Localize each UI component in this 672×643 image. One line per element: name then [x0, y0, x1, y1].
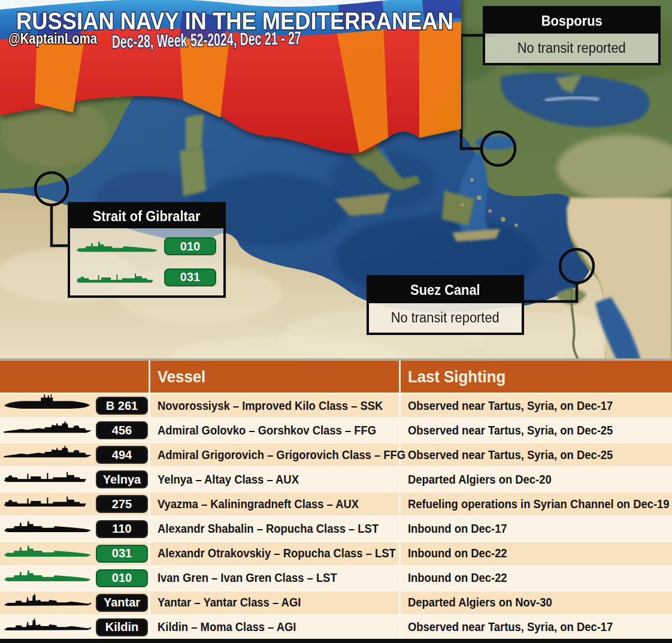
hull-badge: Yantar — [96, 594, 148, 612]
agi-ship-icon — [2, 588, 92, 614]
table-header-row: Vessel Last Sighting — [0, 361, 672, 393]
row-sighting-cell: Inbound on Dec-22 — [399, 567, 672, 590]
frigate-ship-icon — [2, 416, 92, 441]
gibraltar-title: Strait of Gibraltar — [70, 204, 223, 228]
row-vessel-cell: Kildin – Moma Class – AGI — [149, 616, 399, 639]
row-sighting-cell: Departed Algiers on Dec-20 — [399, 468, 672, 491]
hull-badge: 031 — [96, 545, 148, 563]
row-silhouette-cell: Yantar — [0, 591, 149, 614]
table-row: 456 Admiral Golovko – Gorshkov Class – F… — [0, 417, 672, 442]
infographic-root: Bosporus No transit reported Strait of G… — [0, 0, 672, 643]
row-silhouette-cell: 010 — [0, 567, 149, 590]
lst-ship-icon — [75, 236, 159, 257]
row-sighting-cell: Inbound on Dec-17 — [399, 517, 672, 540]
table-row: B 261 Novorossiysk – Improved Kilo Class… — [0, 393, 672, 417]
row-vessel-cell: Vyazma – Kaliningradneft Class – AUX — [149, 493, 399, 515]
agi-ship-icon — [2, 613, 92, 638]
row-sighting-cell: Observed near Tartus, Syria, on Dec-17 — [399, 394, 672, 417]
hull-badge: 275 — [96, 495, 148, 513]
table-row: 275 Vyazma – Kaliningradneft Class – AUX… — [0, 491, 672, 515]
table-row: 031 Alexandr Otrakovskiy – Ropucha Class… — [0, 541, 672, 565]
row-silhouette-cell: B 261 — [0, 394, 149, 417]
row-sighting-cell: Departed Algiers on Nov-30 — [399, 591, 672, 614]
bottom-edge-strip — [0, 639, 672, 643]
row-sighting-cell: Observed near Tartus, Syria, on Dec-25 — [399, 419, 672, 442]
table-header-silhouette-col — [0, 361, 149, 393]
banner-handle: @KaptainLoma — [8, 29, 97, 47]
submarine-ship-icon — [2, 391, 92, 416]
gibraltar-transit-row: 031 — [70, 265, 223, 290]
row-vessel-cell: Admiral Grigorovich – Grigorovich Class … — [149, 443, 399, 466]
suez-status: No transit reported — [369, 303, 522, 333]
mediterranean-map: Bosporus No transit reported Strait of G… — [0, 0, 672, 361]
row-sighting-cell: Refueling operations in Syrian Channel o… — [399, 493, 672, 515]
row-vessel-cell: Admiral Golovko – Gorshkov Class – FFG — [149, 419, 399, 442]
row-sighting-cell: Observed near Tartus, Syria, on Dec-25 — [399, 443, 672, 466]
row-vessel-cell: Ivan Gren – Ivan Gren Class – LST — [149, 567, 399, 590]
hull-badge: 456 — [96, 421, 148, 439]
hull-badge: Yelnya — [96, 470, 148, 488]
hull-badge: 494 — [96, 446, 148, 464]
vessel-table: Vessel Last Sighting B 261 Novorossiysk … — [0, 358, 672, 643]
row-silhouette-cell: 456 — [0, 419, 149, 442]
gibraltar-callout: Strait of Gibraltar 010 031 — [68, 202, 226, 298]
row-sighting-cell: Observed near Tartus, Syria, on Dec-17 — [399, 616, 672, 639]
table-row: 010 Ivan Gren – Ivan Gren Class – LST In… — [0, 565, 672, 590]
flag-ribbon-banner: RUSSIAN NAVY IN THE MEDITERRANEAN @Kapta… — [0, 0, 672, 180]
banner-date: Dec-28, Week 52-2024, Dec 21 - 27 — [111, 28, 301, 52]
row-vessel-cell: Alexandr Otrakovskiy – Ropucha Class – L… — [149, 542, 399, 565]
row-silhouette-cell: 494 — [0, 443, 149, 466]
row-silhouette-cell: 275 — [0, 493, 149, 515]
suez-title: Suez Canal — [369, 277, 522, 303]
table-header-sighting: Last Sighting — [399, 361, 672, 393]
row-vessel-cell: Alexandr Shabalin – Ropucha Class – LST — [149, 517, 399, 540]
table-body: B 261 Novorossiysk – Improved Kilo Class… — [0, 393, 672, 639]
hull-badge: 010 — [96, 569, 148, 587]
tanker-ship-icon — [2, 465, 92, 490]
row-sighting-cell: Inbound on Dec-22 — [399, 542, 672, 565]
gibraltar-transits: 010 031 — [70, 228, 223, 295]
table-row: 110 Alexandr Shabalin – Ropucha Class – … — [0, 515, 672, 540]
lst-ship-icon — [2, 539, 92, 564]
tanker-ship-icon — [2, 490, 92, 515]
row-silhouette-cell: Yelnya — [0, 468, 149, 491]
hull-badge: Kildin — [96, 618, 148, 636]
row-silhouette-cell: Kildin — [0, 616, 149, 639]
row-vessel-cell: Novorossiysk – Improved Kilo Class – SSK — [149, 394, 399, 417]
table-row: Yelnya Yelnya – Altay Class – AUX Depart… — [0, 466, 672, 491]
lst-ship-icon — [2, 564, 92, 589]
hull-badge: 031 — [164, 268, 216, 286]
row-vessel-cell: Yelnya – Altay Class – AUX — [149, 468, 399, 491]
row-vessel-cell: Yantar – Yantar Class – AGI — [149, 591, 399, 614]
suez-circle-marker — [560, 249, 594, 283]
row-silhouette-cell: 031 — [0, 542, 149, 565]
gibraltar-transit-row: 010 — [70, 234, 223, 259]
table-row: 494 Admiral Grigorovich – Grigorovich Cl… — [0, 442, 672, 466]
table-row: Yantar Yantar – Yantar Class – AGI Depar… — [0, 590, 672, 614]
suez-callout: Suez Canal No transit reported — [367, 275, 524, 335]
frigate-ship-icon — [2, 440, 92, 466]
tanker-ship-icon — [75, 267, 159, 288]
hull-badge: B 261 — [96, 397, 148, 415]
row-silhouette-cell: 110 — [0, 517, 149, 540]
lst-ship-icon — [2, 515, 92, 540]
hull-badge: 010 — [164, 237, 216, 255]
hull-badge: 110 — [96, 520, 148, 538]
table-header-vessel: Vessel — [149, 361, 399, 393]
table-row: Kildin Kildin – Moma Class – AGI Observe… — [0, 614, 672, 639]
